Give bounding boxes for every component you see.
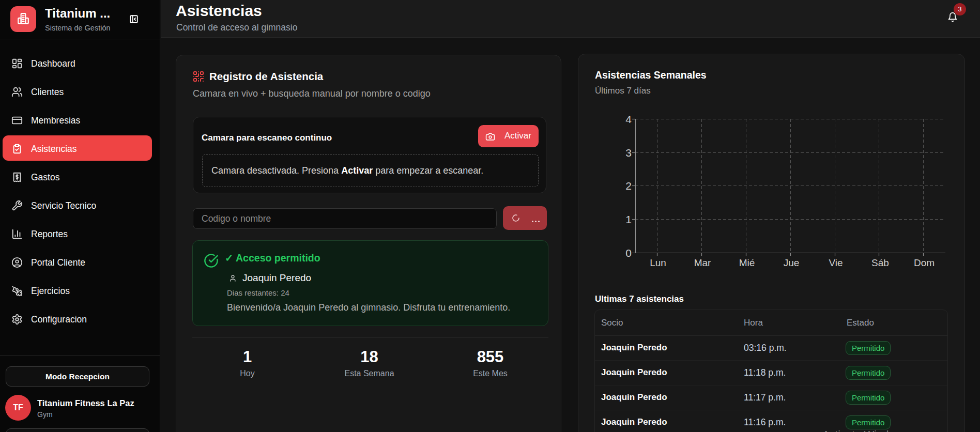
svg-text:Jue: Jue [784,257,800,268]
svg-text:4: 4 [625,113,632,125]
svg-text:Vie: Vie [829,257,843,268]
svg-text:Lun: Lun [650,257,666,268]
svg-text:0: 0 [625,247,632,259]
svg-text:Sáb: Sáb [871,257,889,268]
svg-text:2: 2 [625,180,632,192]
svg-text:3: 3 [625,147,632,159]
svg-text:Mié: Mié [739,257,755,268]
svg-text:Dom: Dom [914,257,935,268]
svg-text:Mar: Mar [694,257,711,268]
svg-text:1: 1 [625,213,632,225]
